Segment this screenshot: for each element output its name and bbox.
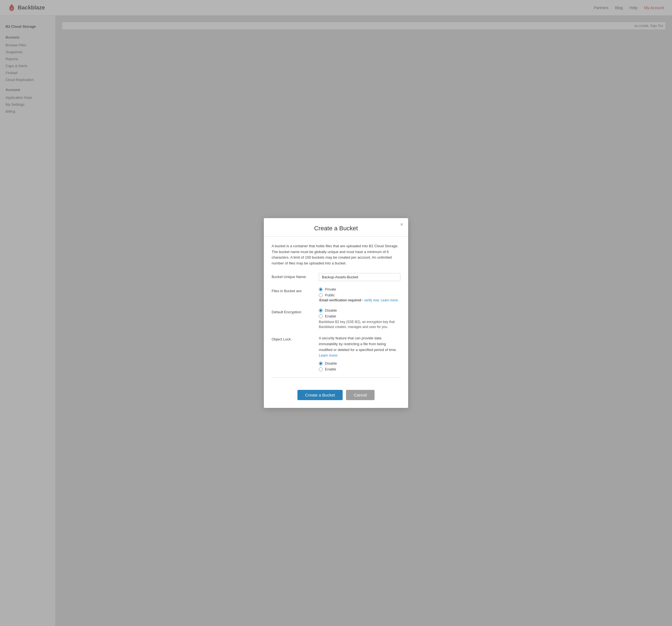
cancel-button[interactable]: Cancel: [346, 390, 375, 400]
files-public-label: Public: [325, 293, 335, 297]
encryption-disable-option[interactable]: Disable: [319, 308, 400, 312]
object-lock-field: A security feature that can provide data…: [319, 335, 400, 371]
bucket-name-input[interactable]: [319, 273, 400, 281]
modal-body: A bucket is a container that holds files…: [264, 237, 408, 390]
files-in-bucket-label: Files in Bucket are:: [272, 287, 319, 293]
files-radio-group: Private Public: [319, 287, 400, 297]
encryption-description: Backblaze B2 key (SSE-B2), an encryption…: [319, 319, 400, 329]
object-lock-enable-option[interactable]: Enable: [319, 367, 400, 371]
learn-more-link-1[interactable]: Learn more.: [381, 298, 399, 302]
object-lock-row: Object Lock: A security feature that can…: [272, 335, 400, 371]
email-verification-notice: Email verification required - verify now…: [319, 298, 400, 302]
modal-divider: [272, 377, 400, 378]
bucket-name-row: Bucket Unique Name:: [272, 273, 400, 281]
encryption-enable-radio[interactable]: [319, 314, 323, 318]
files-public-option[interactable]: Public: [319, 293, 400, 297]
encryption-enable-label: Enable: [325, 314, 336, 318]
encryption-disable-label: Disable: [325, 308, 337, 312]
encryption-field: Disable Enable Backblaze B2 key (SSE-B2)…: [319, 308, 400, 329]
verify-now-link[interactable]: verify now.: [364, 298, 380, 302]
modal-title: Create a Bucket: [314, 225, 358, 232]
object-lock-label: Object Lock:: [272, 335, 319, 341]
modal-header: Create a Bucket ×: [264, 218, 408, 237]
object-lock-description: A security feature that can provide data…: [319, 335, 400, 359]
encryption-disable-radio[interactable]: [319, 309, 323, 312]
object-lock-radio-group: Disable Enable: [319, 361, 400, 371]
encryption-enable-option[interactable]: Enable: [319, 314, 400, 318]
encryption-row: Default Encryption: Disable Enable Backb…: [272, 308, 400, 329]
bucket-name-label: Bucket Unique Name:: [272, 273, 319, 279]
learn-more-link-2[interactable]: Learn more.: [319, 353, 338, 357]
files-public-radio[interactable]: [319, 293, 323, 297]
files-private-option[interactable]: Private: [319, 287, 400, 291]
modal-description: A bucket is a container that holds files…: [272, 243, 400, 266]
object-lock-enable-label: Enable: [325, 367, 336, 371]
object-lock-disable-radio[interactable]: [319, 362, 323, 365]
modal-overlay: Create a Bucket × A bucket is a containe…: [0, 0, 672, 626]
encryption-label: Default Encryption:: [272, 308, 319, 314]
files-private-label: Private: [325, 287, 336, 291]
bucket-name-field: [319, 273, 400, 281]
encryption-radio-group: Disable Enable: [319, 308, 400, 318]
modal-close-button[interactable]: ×: [400, 222, 403, 227]
files-in-bucket-field: Private Public Email verification requir…: [319, 287, 400, 302]
files-private-radio[interactable]: [319, 287, 323, 291]
email-verification-text: Email verification required -: [319, 298, 364, 302]
object-lock-enable-radio[interactable]: [319, 367, 323, 371]
create-bucket-button[interactable]: Create a Bucket: [297, 390, 343, 400]
object-lock-disable-option[interactable]: Disable: [319, 361, 400, 365]
files-in-bucket-row: Files in Bucket are: Private Public: [272, 287, 400, 302]
object-lock-disable-label: Disable: [325, 361, 337, 365]
modal-footer: Create a Bucket Cancel: [264, 390, 408, 408]
modal: Create a Bucket × A bucket is a containe…: [264, 218, 408, 408]
